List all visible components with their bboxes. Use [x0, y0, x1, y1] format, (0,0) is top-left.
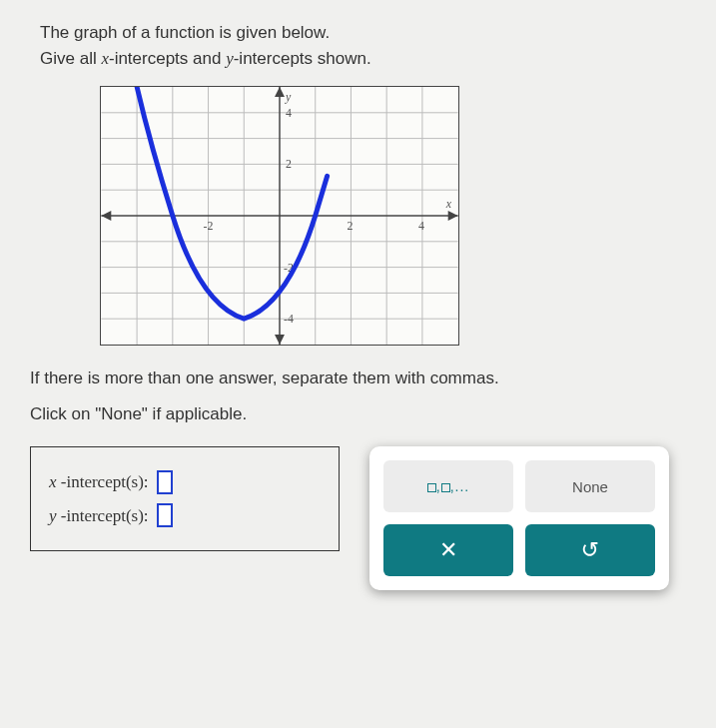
x-intercept-input[interactable] [157, 470, 173, 494]
axes [101, 87, 457, 345]
svg-text:2: 2 [347, 219, 353, 233]
text: -intercepts shown. [234, 49, 371, 68]
var-x: x [49, 472, 57, 491]
list-format-button[interactable]: ,,... [383, 460, 513, 512]
none-button[interactable]: None [525, 460, 655, 512]
var-x: x [101, 49, 109, 68]
svg-text:y: y [285, 90, 292, 104]
answer-box: x -intercept(s): y -intercept(s): [30, 446, 340, 551]
undo-icon: ↻ [581, 537, 599, 563]
clear-button[interactable]: ✕ [383, 524, 513, 576]
svg-text:-2: -2 [204, 219, 214, 233]
svg-text:x: x [445, 197, 452, 211]
svg-marker-18 [448, 211, 458, 221]
instruction-1: If there is more than one answer, separa… [30, 365, 686, 391]
text: Give all [40, 49, 101, 68]
y-intercept-line: y -intercept(s): [49, 503, 321, 529]
graph-svg: -2 2 4 4 2 -2 -4 x y [101, 87, 458, 345]
y-intercept-input[interactable] [157, 503, 173, 527]
text: -intercepts and [109, 49, 226, 68]
svg-marker-19 [101, 211, 111, 221]
function-graph: -2 2 4 4 2 -2 -4 x y [100, 86, 459, 346]
tick-labels: -2 2 4 4 2 -2 -4 x y [204, 90, 452, 326]
close-icon: ✕ [439, 537, 457, 563]
svg-text:2: 2 [286, 157, 292, 171]
svg-text:4: 4 [418, 219, 424, 233]
prompt-line-1: The graph of a function is given below. [40, 20, 686, 46]
svg-text:4: 4 [286, 106, 292, 120]
label: -intercept(s): [57, 506, 149, 525]
svg-marker-21 [275, 335, 285, 345]
var-y: y [49, 506, 57, 525]
label: -intercept(s): [57, 472, 149, 491]
reset-button[interactable]: ↻ [525, 524, 655, 576]
svg-marker-20 [275, 87, 285, 97]
curve [137, 87, 328, 319]
answer-row: x -intercept(s): y -intercept(s): ,,... … [30, 446, 686, 590]
var-y: y [226, 49, 234, 68]
instruction-2: Click on "None" if applicable. [30, 401, 686, 427]
svg-text:-4: -4 [284, 312, 294, 326]
toolbox: ,,... None ✕ ↻ [369, 446, 669, 590]
x-intercept-line: x -intercept(s): [49, 469, 321, 495]
list-format-icon: ,,... [427, 478, 469, 494]
prompt-line-2: Give all x-intercepts and y-intercepts s… [40, 46, 686, 72]
